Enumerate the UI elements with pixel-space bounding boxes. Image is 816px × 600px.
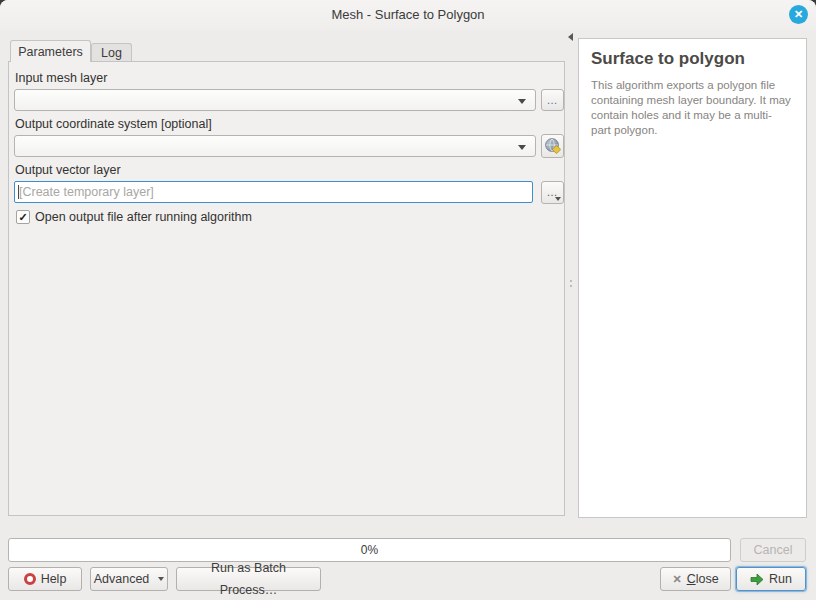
close-button[interactable]: ✕ Close: [660, 567, 731, 591]
run-button[interactable]: Run: [736, 567, 806, 591]
help-button-label: Help: [41, 568, 67, 590]
output-crs-label: Output coordinate system [optional]: [15, 117, 212, 131]
close-icon: ✕: [794, 8, 803, 20]
ellipsis-icon: …: [547, 94, 559, 106]
parameters-panel: Input mesh layer … Output coordinate sys…: [8, 61, 565, 516]
input-mesh-layer-combobox[interactable]: [14, 89, 536, 111]
dialog-window: Mesh - Surface to Polygon ✕ Parameters L…: [0, 0, 816, 600]
close-button-label: Close: [687, 568, 719, 590]
help-icon: [24, 573, 36, 585]
advanced-dropdown-button[interactable]: Advanced: [90, 567, 168, 591]
input-mesh-layer-browse-button[interactable]: …: [541, 89, 564, 111]
splitter-handle[interactable]: [570, 280, 572, 282]
chevron-down-icon: [518, 99, 526, 104]
output-vector-layer-label: Output vector layer: [15, 163, 121, 177]
check-icon: ✓: [18, 211, 27, 223]
chevron-down-icon: [555, 197, 561, 201]
tab-log[interactable]: Log: [91, 43, 132, 62]
progress-bar: 0%: [8, 538, 731, 562]
algorithm-description: This algorithm exports a polygon file co…: [591, 78, 791, 138]
help-button[interactable]: Help: [8, 567, 82, 591]
advanced-button-label: Advanced: [94, 568, 150, 590]
title-bar: Mesh - Surface to Polygon ✕: [0, 0, 816, 30]
open-output-checkbox[interactable]: ✓: [16, 210, 30, 224]
collapse-help-panel-arrow[interactable]: [568, 33, 573, 41]
chevron-down-icon: [158, 577, 164, 581]
open-output-checkbox-label: Open output file after running algorithm: [35, 210, 252, 224]
window-title: Mesh - Surface to Polygon: [0, 7, 816, 22]
output-crs-combobox[interactable]: [14, 135, 536, 157]
cancel-button[interactable]: Cancel: [740, 538, 806, 562]
output-vector-layer-input[interactable]: [14, 181, 533, 203]
progress-value: 0%: [361, 543, 378, 557]
crs-globe-icon: [544, 137, 561, 154]
algorithm-title: Surface to polygon: [591, 49, 794, 69]
input-mesh-layer-label: Input mesh layer: [15, 71, 107, 85]
select-crs-button[interactable]: [541, 134, 564, 158]
splitter-handle[interactable]: [570, 285, 572, 287]
text-caret: [18, 185, 19, 199]
output-vector-layer-browse-button[interactable]: …: [541, 181, 564, 204]
tab-parameters[interactable]: Parameters: [10, 40, 91, 62]
algorithm-help-panel: Surface to polygon This algorithm export…: [578, 38, 807, 518]
run-arrow-icon: [750, 573, 764, 586]
run-button-label: Run: [769, 568, 792, 590]
run-as-batch-button[interactable]: Run as Batch Process…: [176, 567, 321, 591]
chevron-down-icon: [518, 145, 526, 150]
cancel-button-label: Cancel: [754, 539, 793, 561]
close-x-icon: ✕: [672, 568, 681, 590]
window-close-button[interactable]: ✕: [789, 5, 808, 24]
run-as-batch-label: Run as Batch Process…: [183, 557, 314, 600]
